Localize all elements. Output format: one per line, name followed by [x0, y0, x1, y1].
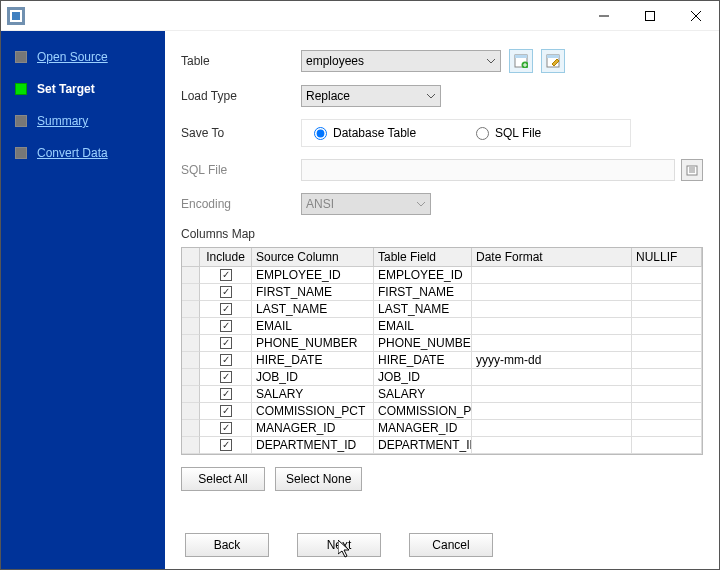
table-select[interactable]: employees — [301, 50, 501, 72]
include-checkbox[interactable] — [220, 388, 232, 400]
source-column-cell[interactable]: FIRST_NAME — [252, 284, 374, 301]
source-column-cell[interactable]: LAST_NAME — [252, 301, 374, 318]
row-handle[interactable] — [182, 267, 200, 284]
source-column-cell[interactable]: EMAIL — [252, 318, 374, 335]
include-cell[interactable] — [200, 301, 252, 318]
table-row[interactable]: COMMISSION_PCTCOMMISSION_PC — [182, 403, 702, 420]
source-column-cell[interactable]: SALARY — [252, 386, 374, 403]
table-row[interactable]: SALARYSALARY — [182, 386, 702, 403]
sql-file-input[interactable] — [301, 159, 675, 181]
include-checkbox[interactable] — [220, 371, 232, 383]
radio-database-table[interactable]: Database Table — [314, 126, 464, 140]
source-column-cell[interactable]: HIRE_DATE — [252, 352, 374, 369]
include-cell[interactable] — [200, 369, 252, 386]
row-handle[interactable] — [182, 369, 200, 386]
source-column-cell[interactable]: DEPARTMENT_ID — [252, 437, 374, 454]
load-type-select[interactable]: Replace — [301, 85, 441, 107]
close-button[interactable] — [673, 1, 719, 31]
table-row[interactable]: PHONE_NUMBERPHONE_NUMBER — [182, 335, 702, 352]
row-handle[interactable] — [182, 352, 200, 369]
row-handle[interactable] — [182, 386, 200, 403]
radio-input[interactable] — [314, 127, 327, 140]
back-button[interactable]: Back — [185, 533, 269, 557]
include-checkbox[interactable] — [220, 337, 232, 349]
include-checkbox[interactable] — [220, 320, 232, 332]
include-cell[interactable] — [200, 335, 252, 352]
nullif-cell[interactable] — [632, 420, 702, 437]
include-cell[interactable] — [200, 386, 252, 403]
source-column-cell[interactable]: EMPLOYEE_ID — [252, 267, 374, 284]
date-format-cell[interactable] — [472, 369, 632, 386]
column-header[interactable]: Date Format — [472, 248, 632, 267]
table-field-cell[interactable]: FIRST_NAME — [374, 284, 472, 301]
include-cell[interactable] — [200, 420, 252, 437]
column-header[interactable]: Include — [200, 248, 252, 267]
table-field-cell[interactable]: DEPARTMENT_ID — [374, 437, 472, 454]
include-checkbox[interactable] — [220, 354, 232, 366]
row-handle[interactable] — [182, 420, 200, 437]
new-table-button[interactable] — [509, 49, 533, 73]
date-format-cell[interactable] — [472, 420, 632, 437]
column-header[interactable]: NULLIF — [632, 248, 702, 267]
step-set-target[interactable]: Set Target — [1, 73, 165, 105]
table-row[interactable]: JOB_IDJOB_ID — [182, 369, 702, 386]
browse-file-button[interactable] — [681, 159, 703, 181]
source-column-cell[interactable]: MANAGER_ID — [252, 420, 374, 437]
row-handle[interactable] — [182, 284, 200, 301]
table-field-cell[interactable]: SALARY — [374, 386, 472, 403]
table-field-cell[interactable]: HIRE_DATE — [374, 352, 472, 369]
date-format-cell[interactable] — [472, 403, 632, 420]
table-field-cell[interactable]: JOB_ID — [374, 369, 472, 386]
table-row[interactable]: HIRE_DATEHIRE_DATEyyyy-mm-dd — [182, 352, 702, 369]
table-field-cell[interactable]: PHONE_NUMBER — [374, 335, 472, 352]
nullif-cell[interactable] — [632, 386, 702, 403]
radio-sql-file[interactable]: SQL File — [476, 126, 626, 140]
nullif-cell[interactable] — [632, 437, 702, 454]
table-field-cell[interactable]: MANAGER_ID — [374, 420, 472, 437]
row-handle[interactable] — [182, 403, 200, 420]
edit-table-button[interactable] — [541, 49, 565, 73]
table-row[interactable]: LAST_NAMELAST_NAME — [182, 301, 702, 318]
date-format-cell[interactable] — [472, 284, 632, 301]
row-handle[interactable] — [182, 437, 200, 454]
include-checkbox[interactable] — [220, 303, 232, 315]
source-column-cell[interactable]: JOB_ID — [252, 369, 374, 386]
row-handle[interactable] — [182, 301, 200, 318]
date-format-cell[interactable] — [472, 267, 632, 284]
select-none-button[interactable]: Select None — [275, 467, 362, 491]
table-row[interactable]: DEPARTMENT_IDDEPARTMENT_ID — [182, 437, 702, 454]
table-row[interactable]: EMPLOYEE_IDEMPLOYEE_ID — [182, 267, 702, 284]
nullif-cell[interactable] — [632, 352, 702, 369]
date-format-cell[interactable] — [472, 386, 632, 403]
nullif-cell[interactable] — [632, 369, 702, 386]
step-convert-data[interactable]: Convert Data — [1, 137, 165, 169]
nullif-cell[interactable] — [632, 267, 702, 284]
minimize-button[interactable] — [581, 1, 627, 31]
include-cell[interactable] — [200, 352, 252, 369]
table-field-cell[interactable]: COMMISSION_PC — [374, 403, 472, 420]
step-open-source[interactable]: Open Source — [1, 41, 165, 73]
table-row[interactable]: MANAGER_IDMANAGER_ID — [182, 420, 702, 437]
include-cell[interactable] — [200, 318, 252, 335]
nullif-cell[interactable] — [632, 403, 702, 420]
table-field-cell[interactable]: EMPLOYEE_ID — [374, 267, 472, 284]
nullif-cell[interactable] — [632, 318, 702, 335]
include-cell[interactable] — [200, 403, 252, 420]
cancel-button[interactable]: Cancel — [409, 533, 493, 557]
include-checkbox[interactable] — [220, 422, 232, 434]
include-cell[interactable] — [200, 437, 252, 454]
step-summary[interactable]: Summary — [1, 105, 165, 137]
table-row[interactable]: EMAILEMAIL — [182, 318, 702, 335]
column-header[interactable]: Table Field — [374, 248, 472, 267]
radio-input[interactable] — [476, 127, 489, 140]
source-column-cell[interactable]: COMMISSION_PCT — [252, 403, 374, 420]
source-column-cell[interactable]: PHONE_NUMBER — [252, 335, 374, 352]
date-format-cell[interactable] — [472, 301, 632, 318]
table-row[interactable]: FIRST_NAMEFIRST_NAME — [182, 284, 702, 301]
include-checkbox[interactable] — [220, 405, 232, 417]
next-button[interactable]: Next — [297, 533, 381, 557]
table-field-cell[interactable]: EMAIL — [374, 318, 472, 335]
date-format-cell[interactable]: yyyy-mm-dd — [472, 352, 632, 369]
date-format-cell[interactable] — [472, 318, 632, 335]
nullif-cell[interactable] — [632, 284, 702, 301]
